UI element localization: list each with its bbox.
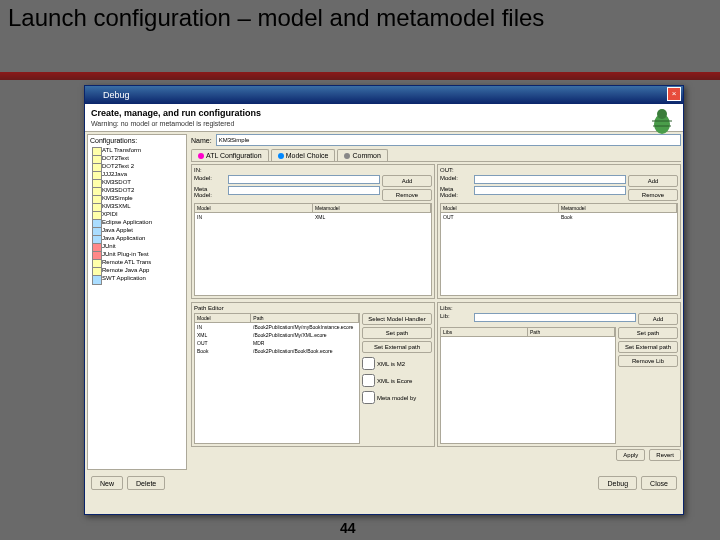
delete-button[interactable]: Delete — [127, 476, 165, 490]
xml-m2-checkbox[interactable] — [362, 357, 375, 370]
add-button[interactable]: Add — [382, 175, 432, 187]
titlebar: Debug × — [85, 86, 683, 104]
revert-button[interactable]: Revert — [649, 449, 681, 461]
libs-panel: Libs: Lib: Add LibsPath Set path S — [437, 302, 681, 447]
apply-revert-row: Apply Revert — [191, 449, 681, 461]
tree-item[interactable]: KM3Simple — [90, 194, 184, 202]
dot-icon — [198, 153, 204, 159]
name-row: Name: — [191, 134, 681, 146]
panel-title: IN: — [194, 167, 432, 173]
xml-ecore-checkbox[interactable] — [362, 374, 375, 387]
warning-text: Warning: no model or metamodel is regist… — [91, 120, 677, 127]
path-editor-panel: Path Editor ModelPath IN/Book2Publicatio… — [191, 302, 435, 447]
dot-icon — [344, 153, 350, 159]
tab-common[interactable]: Common — [337, 149, 387, 161]
page-number: 44 — [340, 520, 356, 536]
close-icon[interactable]: × — [667, 87, 681, 101]
tree-item[interactable]: JUnit Plug-in Test — [90, 250, 184, 258]
tree-item[interactable]: XPIDI — [90, 210, 184, 218]
lib-set-path-button[interactable]: Set path — [618, 327, 678, 339]
apply-button[interactable]: Apply — [616, 449, 645, 461]
metamodel-label: Meta Model: — [194, 186, 226, 198]
tree-item[interactable]: KM3SXML — [90, 202, 184, 210]
svg-point-1 — [657, 109, 667, 119]
remove-button[interactable]: Remove — [382, 189, 432, 201]
remove-button[interactable]: Remove — [628, 189, 678, 201]
model-label: Model: — [440, 175, 472, 184]
tree-item[interactable]: KM3SDOT2 — [90, 186, 184, 194]
new-button[interactable]: New — [91, 476, 123, 490]
set-path-button[interactable]: Set path — [362, 327, 432, 339]
upper-panels: IN: Model: Meta Model: Add Remove ModelM… — [191, 164, 681, 299]
tree-item[interactable]: SWT Application — [90, 274, 184, 282]
out-table[interactable]: ModelMetamodel OUTBook — [440, 203, 678, 296]
dialog-title: Debug — [103, 90, 130, 100]
slide-title: Launch configuration – model and metamod… — [8, 4, 544, 32]
content-area: Name: ATL Configuration Model Choice Com… — [189, 132, 683, 472]
panel-title: OUT: — [440, 167, 678, 173]
model-input[interactable] — [474, 175, 626, 184]
name-label: Name: — [191, 137, 212, 144]
tree-item[interactable]: DOT2Text — [90, 154, 184, 162]
add-button[interactable]: Add — [628, 175, 678, 187]
main-area: Configurations: ATL Transform DOT2Text D… — [85, 132, 683, 472]
tree-item[interactable]: JJJ2Java — [90, 170, 184, 178]
bug-icon — [647, 106, 677, 136]
lib-input[interactable] — [474, 313, 636, 322]
remove-lib-button[interactable]: Remove Lib — [618, 355, 678, 367]
close-button[interactable]: Close — [641, 476, 677, 490]
tab-atl-config[interactable]: ATL Configuration — [191, 149, 269, 161]
tree-item[interactable]: KM3SDOT — [90, 178, 184, 186]
panel-title: Libs: — [440, 305, 678, 311]
set-ext-path-button[interactable]: Set External path — [362, 341, 432, 353]
lower-panels: Path Editor ModelPath IN/Book2Publicatio… — [191, 302, 681, 447]
dot-icon — [278, 153, 284, 159]
dialog-header: Create, manage, and run configurations W… — [85, 104, 683, 132]
tree-item[interactable]: Remote Java App — [90, 266, 184, 274]
config-tree[interactable]: Configurations: ATL Transform DOT2Text D… — [87, 134, 187, 470]
tab-model-choice[interactable]: Model Choice — [271, 149, 336, 161]
out-panel: OUT: Model: Meta Model: Add Remove Model… — [437, 164, 681, 299]
metamodel-input[interactable] — [474, 186, 626, 195]
tree-item[interactable]: Java Applet — [90, 226, 184, 234]
model-input[interactable] — [228, 175, 380, 184]
tree-item[interactable]: ATL Transform — [90, 146, 184, 154]
libs-table[interactable]: LibsPath — [440, 327, 616, 444]
tree-item[interactable]: DOT2Text 2 — [90, 162, 184, 170]
debug-button[interactable]: Debug — [598, 476, 637, 490]
in-table[interactable]: ModelMetamodel INXML — [194, 203, 432, 296]
name-input[interactable] — [216, 134, 681, 146]
in-panel: IN: Model: Meta Model: Add Remove ModelM… — [191, 164, 435, 299]
metamodel-label: Meta Model: — [440, 186, 472, 198]
tree-item[interactable]: Java Application — [90, 234, 184, 242]
dialog-footer: New Delete Debug Close — [85, 472, 683, 494]
metamodel-input[interactable] — [228, 186, 380, 195]
lib-label: Lib: — [440, 313, 472, 322]
model-label: Model: — [194, 175, 226, 184]
add-lib-button[interactable]: Add — [638, 313, 678, 325]
path-table[interactable]: ModelPath IN/Book2Publication/My/myBookI… — [194, 313, 360, 444]
metamodel-by-checkbox[interactable] — [362, 391, 375, 404]
lib-set-ext-path-button[interactable]: Set External path — [618, 341, 678, 353]
select-handler-button[interactable]: Select Model Handler — [362, 313, 432, 325]
tab-row: ATL Configuration Model Choice Common — [191, 149, 681, 162]
tree-item[interactable]: Eclipse Application — [90, 218, 184, 226]
tree-label: Configurations: — [90, 137, 184, 144]
panel-title: Path Editor — [194, 305, 432, 311]
debug-dialog: Debug × Create, manage, and run configur… — [84, 85, 684, 515]
header-text: Create, manage, and run configurations — [91, 108, 677, 118]
tree-item[interactable]: Remote ATL Trans — [90, 258, 184, 266]
tree-item[interactable]: JUnit — [90, 242, 184, 250]
title-underline — [0, 72, 720, 80]
